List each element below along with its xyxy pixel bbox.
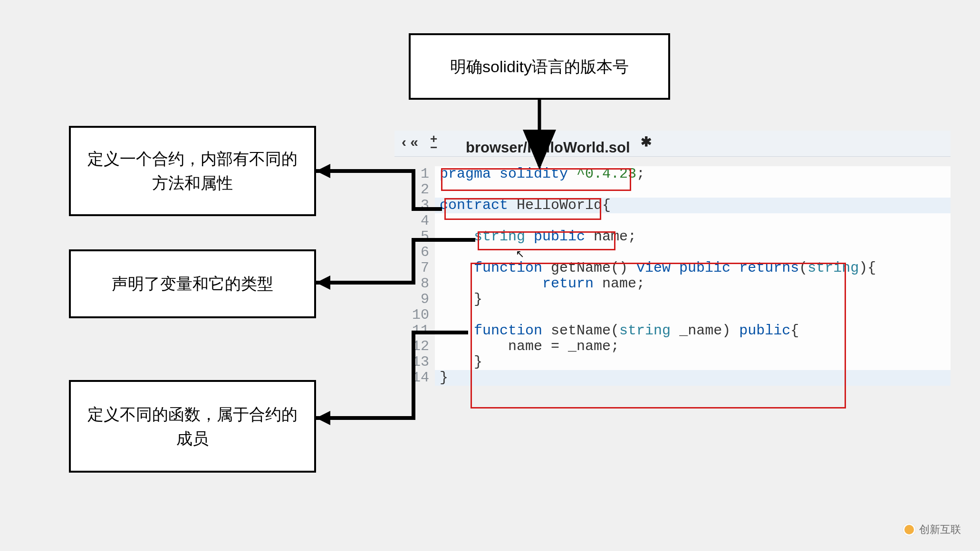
annotation-top: 明确solidity语言的版本号 <box>409 33 670 100</box>
tab-prevall-icon[interactable]: « <box>410 134 418 150</box>
line-number: 14 <box>409 370 435 386</box>
line-number: 8 <box>409 276 435 292</box>
highlight-variable <box>478 231 615 250</box>
code-text[interactable] <box>435 307 448 323</box>
line-number: 5 <box>409 229 435 245</box>
line-number: 13 <box>409 354 435 370</box>
watermark-logo-icon <box>903 523 915 536</box>
watermark-text: 创新互联 <box>919 522 961 537</box>
highlight-pragma <box>441 168 631 191</box>
svg-marker-2 <box>316 276 330 290</box>
annotation-left-1-text: 定义一个合约，内部有不同的方法和属性 <box>80 147 305 195</box>
line-number: 9 <box>409 292 435 307</box>
annotation-left-2-text: 声明了变量和它的类型 <box>112 272 273 296</box>
tab-prev-icon[interactable]: ‹ <box>402 134 406 150</box>
line-number: 2 <box>409 182 435 198</box>
code-text[interactable] <box>435 245 448 260</box>
tab-minus-icon[interactable]: − <box>430 143 437 152</box>
annotation-left-3-text: 定义不同的函数，属于合约的成员 <box>80 402 305 451</box>
tab-nav-icons[interactable]: ‹ « + − <box>402 134 437 152</box>
svg-marker-3 <box>316 411 330 425</box>
highlight-contract <box>444 198 601 220</box>
line-number: 1 <box>409 166 435 182</box>
annotation-top-text: 明确solidity语言的版本号 <box>450 55 629 79</box>
line-number: 7 ▾ <box>409 260 435 276</box>
line-number: 3 ▾ <box>409 198 435 213</box>
annotation-left-2: 声明了变量和它的类型 <box>69 249 316 318</box>
watermark: 创新互联 <box>903 522 961 537</box>
code-text[interactable]: } <box>435 370 448 386</box>
line-number: 4 <box>409 213 435 229</box>
svg-marker-1 <box>316 164 330 178</box>
editor-tab-close-icon[interactable]: ✱ <box>641 134 652 150</box>
line-number: 6 <box>409 245 435 260</box>
line-number: 10 <box>409 307 435 323</box>
line-number: 11 ▾ <box>409 323 435 339</box>
annotation-left-3: 定义不同的函数，属于合约的成员 <box>69 380 316 473</box>
editor-tab-name[interactable]: browser/HelloWorld.sol <box>466 139 630 156</box>
line-number: 12 <box>409 339 435 354</box>
diagram-canvas: 明确solidity语言的版本号 定义一个合约，内部有不同的方法和属性 声明了变… <box>0 0 980 551</box>
highlight-functions <box>471 263 846 408</box>
annotation-left-1: 定义一个合约，内部有不同的方法和属性 <box>69 126 316 216</box>
